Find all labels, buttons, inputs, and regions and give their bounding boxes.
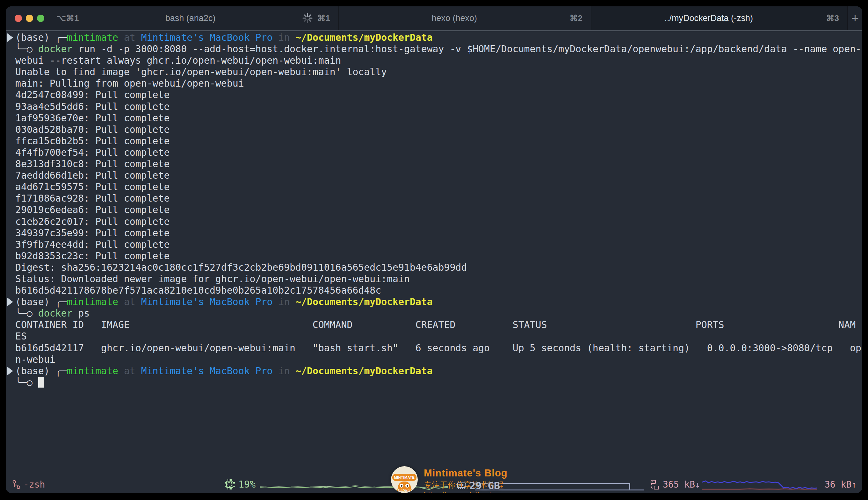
session-name: -zsh: [12, 479, 45, 490]
tab-bar: ⌥⌘1 bash (aria2c) ⌘1 hexo (hexo) ⌘2: [6, 7, 862, 31]
network-sparkline: [702, 478, 817, 491]
brand-title: Mintimate's Blog: [424, 467, 508, 479]
terminal-line: (base) ╭─mintimate at Mintimate's MacBoo…: [15, 32, 862, 43]
terminal-cursor: [38, 377, 44, 388]
tab-shortcut: ⌘2: [570, 13, 583, 23]
terminal-line: ╰─○ docker run -d -p 3000:8080 --add-hos…: [15, 43, 862, 55]
terminal-line: 349397c35e99: Pull complete: [15, 227, 862, 239]
terminal-screen[interactable]: (base) ╭─mintimate at Mintimate's MacBoo…: [15, 32, 862, 388]
terminal-line: ╰─○ docker ps: [15, 308, 862, 319]
memory-utilization: 29 GB: [456, 480, 500, 492]
cpu-utilization: 19%: [224, 479, 256, 490]
terminal-line: Digest: sha256:1623214ac0c180cc1f527df3c…: [15, 262, 862, 273]
network-download: 365 kB↓: [650, 479, 700, 490]
session-label: -zsh: [24, 479, 45, 490]
iterm-window: ⌥⌘1 bash (aria2c) ⌘1 hexo (hexo) ⌘2: [6, 7, 862, 493]
tab-shortcut: ⌘3: [826, 13, 839, 23]
cpu-percent: 19%: [238, 479, 256, 490]
terminal-line: CONTAINER ID IMAGE COMMAND CREATED STATU…: [15, 319, 862, 331]
terminal-line: (base) ╭─mintimate at Mintimate's MacBoo…: [15, 365, 862, 377]
tab-title: bash (aria2c): [79, 13, 302, 23]
terminal-line: 7aeddd66d1eb: Pull complete: [15, 170, 862, 181]
terminal-line: b616d5d421178678be7f571aca8210e10cd9be0b…: [15, 285, 862, 296]
prompt-mark-icon: [7, 297, 13, 306]
tab-title: ../myDockerData (-zsh): [591, 13, 826, 23]
network-upload-value: 36 kB↑: [825, 479, 857, 490]
terminal-line: webui --restart always ghcr.io/open-webu…: [15, 55, 862, 66]
desktop: { "window": { "window_shortcut": "⌥⌘1", …: [0, 0, 868, 500]
tab-shortcut: ⌘1: [317, 13, 330, 23]
terminal-line: 030ad528ba70: Pull complete: [15, 124, 862, 135]
terminal-line: f171086ac928: Pull complete: [15, 193, 862, 204]
prompt-mark-icon: [7, 366, 13, 375]
tab-hexo[interactable]: hexo (hexo) ⌘2: [339, 7, 591, 30]
terminal-line: a4d671c59575: Pull complete: [15, 181, 862, 193]
cpu-chip-icon: [224, 479, 235, 490]
terminal-line: n-webui: [15, 354, 862, 365]
terminal-line: ffca15c0b2b5: Pull complete: [15, 135, 862, 147]
window-controls: [15, 15, 44, 22]
terminal-line: main: Pulling from open-webui/open-webui: [15, 78, 862, 89]
minimize-button[interactable]: [26, 15, 33, 22]
terminal-line: c1eb26c2c017: Pull complete: [15, 216, 862, 227]
prompt-mark-icon: [7, 33, 13, 42]
terminal-line: 3f9fb74ee4dd: Pull complete: [15, 239, 862, 250]
network-download-value: 365 kB↓: [663, 479, 700, 490]
zoom-button[interactable]: [37, 15, 44, 22]
tab-title: hexo (hexo): [339, 13, 570, 23]
tab-mydockerdata-active[interactable]: ../myDockerData (-zsh) ⌘3: [591, 7, 848, 30]
terminal-line: 29019c6edea6: Pull complete: [15, 204, 862, 216]
terminal-line: 93aa4e5d5dd6: Pull complete: [15, 101, 862, 112]
cpu-sparkline: [260, 481, 448, 490]
tab-bash-aria2c[interactable]: ⌥⌘1 bash (aria2c) ⌘1: [6, 7, 339, 30]
memory-sparkline-drop: [629, 483, 630, 490]
terminal-line: Status: Downloaded newer image for ghcr.…: [15, 273, 862, 285]
mintimate-logo: MINTIMATE Blogger: [391, 466, 418, 493]
new-tab-button[interactable]: +: [848, 7, 862, 30]
network-icon: [650, 480, 660, 490]
memory-value: 29 GB: [469, 480, 500, 492]
window-shortcut-label: ⌥⌘1: [56, 13, 79, 23]
terminal-line: 4d2547c08499: Pull complete: [15, 89, 862, 101]
network-upload: 36 kB↑: [825, 479, 857, 490]
memory-icon: [456, 481, 466, 490]
activity-spinner-icon: [302, 13, 313, 24]
terminal-line: ╰─○: [15, 377, 862, 388]
close-button[interactable]: [15, 15, 22, 22]
terminal-line: 1af95936e70e: Pull complete: [15, 112, 862, 124]
terminal-line: ES: [15, 331, 862, 342]
terminal-line: b92d8353c23c: Pull complete: [15, 250, 862, 262]
terminal-line: 8e313df310c8: Pull complete: [15, 158, 862, 170]
process-tree-icon: [12, 480, 20, 489]
logo-title: MINTIMATE: [392, 474, 416, 481]
terminal-line: (base) ╭─mintimate at Mintimate's MacBoo…: [15, 296, 862, 308]
terminal-line: Unable to find image 'ghcr.io/open-webui…: [15, 66, 862, 78]
terminal-line: 4f4fb700ef54: Pull complete: [15, 147, 862, 158]
terminal-line: b616d5d42117 ghcr.io/open-webui/open-web…: [15, 342, 862, 354]
